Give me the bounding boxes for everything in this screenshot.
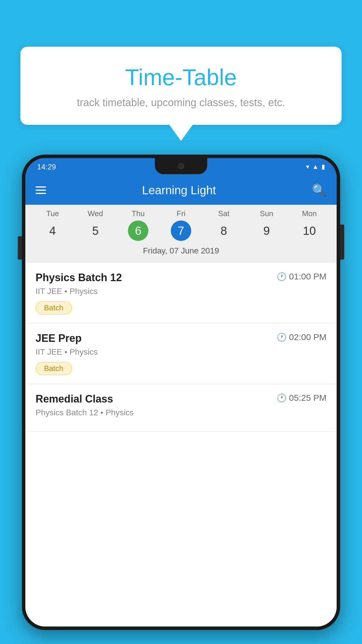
clock-icon: 🕐 [277,393,287,403]
day-number-7[interactable]: 7 [171,220,191,241]
phone-inner: 14:29 ▾ ▲ ▮ Learning Light 🔍 [25,158,337,626]
battery-icon: ▮ [321,163,325,171]
day-name-mon: Mon [302,209,317,218]
menu-button[interactable] [36,186,46,194]
day-number-8[interactable]: 8 [214,220,234,241]
day-name-tue: Tue [46,209,59,218]
schedule-item-subtitle-1: IIT JEE • Physics [36,347,326,357]
status-icons: ▾ ▲ ▮ [306,163,325,171]
day-cell-sun[interactable]: Sun9 [248,209,286,241]
speech-bubble-tail [169,125,193,141]
day-number-5[interactable]: 5 [85,220,106,241]
speech-bubble-container: Time-Table track timetable, upcoming cla… [20,47,342,141]
day-name-sun: Sun [260,209,273,218]
schedule-item-time-1: 🕐 02:00 PM [277,332,326,342]
day-name-sat: Sat [218,209,229,218]
day-cell-fri[interactable]: Fri7 [162,209,200,241]
day-cell-sat[interactable]: Sat8 [205,209,243,241]
day-cell-thu[interactable]: Thu6 [119,209,157,241]
schedule-item-0[interactable]: Physics Batch 12🕐 01:00 PMIIT JEE • Phys… [25,263,337,323]
phone-mockup: 14:29 ▾ ▲ ▮ Learning Light 🔍 [22,155,340,644]
signal-icon: ▲ [312,163,319,171]
schedule-item-time-0: 🕐 01:00 PM [277,272,326,281]
wifi-icon: ▾ [306,163,309,171]
schedule-item-title-1: JEE Prep [36,332,82,344]
day-name-thu: Thu [132,209,145,218]
search-icon[interactable]: 🔍 [312,183,326,197]
app-bar: Learning Light 🔍 [25,176,337,205]
status-time: 14:29 [37,162,56,172]
day-number-9[interactable]: 9 [256,220,277,241]
day-cell-wed[interactable]: Wed5 [76,209,114,241]
calendar-strip: Tue4Wed5Thu6Fri7Sat8Sun9Mon10 Friday, 07… [25,205,337,263]
schedule-item-time-2: 🕐 05:25 PM [277,393,326,403]
schedule-item-header-0: Physics Batch 12🕐 01:00 PM [36,272,326,284]
schedule-item-1[interactable]: JEE Prep🕐 02:00 PMIIT JEE • PhysicsBatch [25,323,337,384]
phone-notch [155,158,207,174]
speech-bubble-subtitle: track timetable, upcoming classes, tests… [35,97,327,109]
phone-outer: 14:29 ▾ ▲ ▮ Learning Light 🔍 [22,155,340,630]
days-row: Tue4Wed5Thu6Fri7Sat8Sun9Mon10 [25,209,337,241]
clock-icon: 🕐 [277,332,287,342]
day-cell-mon[interactable]: Mon10 [290,209,328,241]
clock-icon: 🕐 [277,272,287,281]
day-name-wed: Wed [88,209,103,218]
schedule-item-title-2: Remedial Class [36,393,113,405]
speech-bubble: Time-Table track timetable, upcoming cla… [20,47,342,125]
day-number-6[interactable]: 6 [128,220,148,241]
batch-badge-1: Batch [36,362,72,375]
schedule-item-header-1: JEE Prep🕐 02:00 PM [36,332,326,344]
schedule-item-title-0: Physics Batch 12 [36,272,122,284]
day-cell-tue[interactable]: Tue4 [34,209,71,241]
schedule-list: Physics Batch 12🕐 01:00 PMIIT JEE • Phys… [25,263,337,626]
schedule-item-header-2: Remedial Class🕐 05:25 PM [36,393,326,405]
batch-badge-0: Batch [36,301,72,314]
selected-date-label: Friday, 07 June 2019 [25,243,337,260]
speech-bubble-title: Time-Table [35,64,327,91]
day-number-10[interactable]: 10 [299,220,319,241]
schedule-item-subtitle-0: IIT JEE • Physics [36,287,326,296]
schedule-item-subtitle-2: Physics Batch 12 • Physics [36,408,326,417]
schedule-item-2[interactable]: Remedial Class🕐 05:25 PMPhysics Batch 12… [25,384,337,432]
day-number-4[interactable]: 4 [42,220,63,241]
day-name-fri: Fri [177,209,185,218]
app-bar-title: Learning Light [142,184,216,197]
phone-camera [178,163,184,169]
